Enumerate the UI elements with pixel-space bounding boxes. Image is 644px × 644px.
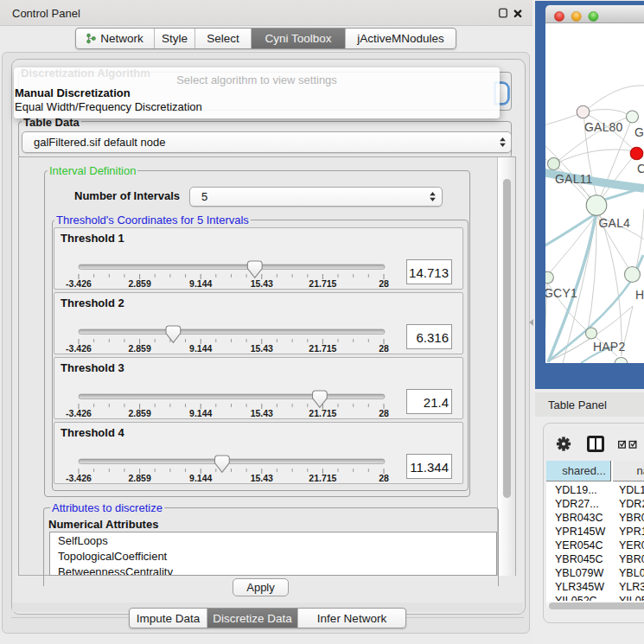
svg-text:-3.426: -3.426 xyxy=(66,343,92,354)
svg-text:GAL11: GAL11 xyxy=(555,172,593,186)
svg-text:2.859: 2.859 xyxy=(128,343,150,354)
svg-text:2.859: 2.859 xyxy=(128,473,150,483)
svg-text:21.715: 21.715 xyxy=(309,343,336,354)
svg-text:9.144: 9.144 xyxy=(189,343,212,354)
svg-text:9.144: 9.144 xyxy=(189,278,212,289)
svg-text:15.43: 15.43 xyxy=(251,278,273,289)
svg-text:H: H xyxy=(635,288,644,302)
svg-text:21.715: 21.715 xyxy=(309,278,336,289)
svg-text:2.859: 2.859 xyxy=(128,278,150,289)
svg-text:HAP2: HAP2 xyxy=(593,340,625,354)
svg-text:28: 28 xyxy=(379,343,389,354)
svg-text:2.859: 2.859 xyxy=(128,408,150,418)
svg-text:28: 28 xyxy=(379,473,389,483)
svg-text:15.43: 15.43 xyxy=(251,408,273,418)
svg-text:GAL80: GAL80 xyxy=(584,120,623,134)
svg-text:9.144: 9.144 xyxy=(189,408,212,418)
svg-text:21.715: 21.715 xyxy=(309,408,336,418)
svg-text:-3.426: -3.426 xyxy=(66,408,92,418)
svg-text:-3.426: -3.426 xyxy=(66,473,92,483)
svg-text:9.144: 9.144 xyxy=(189,473,212,483)
svg-text:GCY1: GCY1 xyxy=(545,286,577,300)
svg-text:15.43: 15.43 xyxy=(251,343,273,354)
svg-text:21.715: 21.715 xyxy=(309,473,336,483)
svg-text:28: 28 xyxy=(379,278,389,289)
svg-text:15.43: 15.43 xyxy=(251,473,273,483)
svg-text:-3.426: -3.426 xyxy=(66,278,92,289)
svg-text:GA: GA xyxy=(634,125,644,139)
svg-text:C: C xyxy=(637,162,644,175)
svg-text:28: 28 xyxy=(379,408,389,418)
svg-text:GAL4: GAL4 xyxy=(599,216,631,230)
